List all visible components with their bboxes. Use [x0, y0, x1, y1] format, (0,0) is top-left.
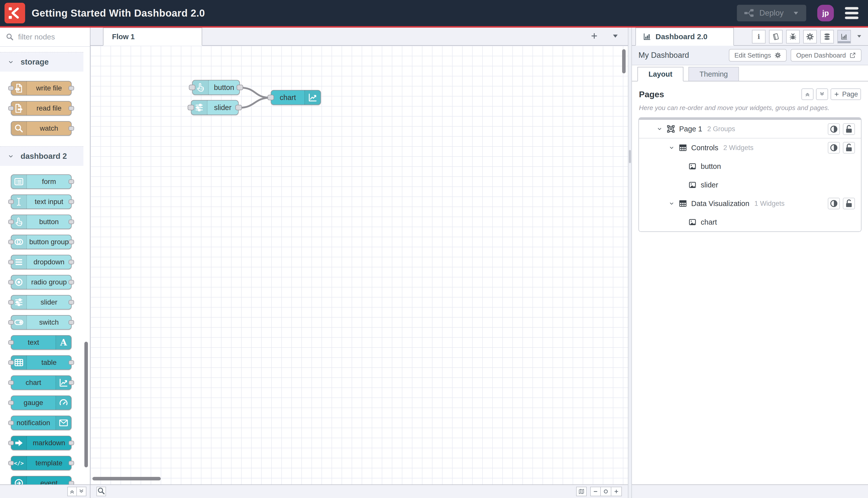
sidebar-tabs-caret-icon[interactable]	[856, 33, 863, 40]
tree-row-data-visualization[interactable]: Data Visualization1 Widgets	[639, 194, 861, 213]
filter-nodes-input[interactable]	[18, 32, 84, 41]
node-input-port	[8, 260, 14, 264]
palette-node-markdown[interactable]: markdown	[11, 436, 71, 450]
node-input-port[interactable]	[188, 105, 194, 110]
tab-layout[interactable]: Layout	[638, 67, 683, 81]
palette-node-switch[interactable]: switch	[11, 315, 71, 330]
tree-row-slider[interactable]: slider	[639, 175, 861, 194]
palette-category-storage[interactable]: storage	[0, 52, 83, 71]
node-output-port[interactable]	[237, 85, 243, 90]
unlock-icon[interactable]	[843, 123, 855, 135]
palette-node-gauge[interactable]: gauge	[11, 395, 71, 410]
palette-category-label: dashboard 2	[21, 152, 67, 161]
deploy-caret-icon[interactable]	[792, 9, 800, 17]
flow-node-chart[interactable]: chart	[271, 90, 321, 105]
sidebar-tool-context-data[interactable]	[820, 30, 834, 43]
palette-node-text[interactable]: textA	[11, 335, 71, 350]
node-output-port	[69, 441, 74, 445]
zoom-reset-icon[interactable]	[601, 487, 611, 496]
eye-icon[interactable]	[828, 142, 840, 154]
palette-node-notification[interactable]: notification	[11, 416, 71, 430]
unlock-icon[interactable]	[843, 198, 855, 209]
gear-icon	[806, 32, 814, 41]
palette-category-dashboard-2[interactable]: dashboard 2	[0, 146, 83, 166]
edit-settings-button[interactable]: Edit Settings	[729, 49, 787, 62]
canvas-vertical-scrollbar[interactable]	[622, 49, 626, 74]
deploy-icon	[744, 8, 755, 18]
palette-node-radio-group[interactable]: radio group	[11, 275, 71, 289]
unlock-icon[interactable]	[843, 142, 855, 154]
flow-node-slider[interactable]: slider	[191, 100, 239, 115]
palette-node-event[interactable]: event	[11, 476, 71, 484]
event-circle-icon	[11, 476, 27, 484]
node-input-port[interactable]	[267, 95, 274, 100]
tree-row-controls[interactable]: Controls2 Widgets	[639, 139, 861, 157]
zoom-out-icon[interactable]	[590, 487, 601, 496]
avatar[interactable]: jp	[817, 5, 834, 21]
palette-node-button[interactable]: button	[11, 214, 71, 229]
resizer-handle[interactable]	[629, 150, 631, 163]
zoom-in-icon[interactable]	[611, 487, 622, 496]
sidebar-tool-dashboard[interactable]	[837, 30, 851, 43]
tab-theming[interactable]: Theming	[689, 67, 739, 81]
tree-row-chart[interactable]: chart	[639, 213, 861, 232]
palette-node-dropdown[interactable]: dropdown	[11, 255, 71, 270]
barchart-icon	[840, 32, 848, 41]
node-output-port[interactable]	[235, 105, 242, 110]
tree-row-page-1[interactable]: Page 12 Groups	[639, 120, 861, 139]
navigator-icon[interactable]	[576, 487, 587, 496]
eye-icon[interactable]	[828, 123, 840, 135]
search-icon	[5, 32, 14, 41]
palette-node-form[interactable]: form	[11, 174, 71, 189]
palette-node-template[interactable]: </>template	[11, 456, 71, 470]
wire	[239, 98, 270, 108]
search-icon[interactable]	[96, 487, 106, 496]
tab-dashboard-2[interactable]: Dashboard 2.0	[636, 28, 734, 46]
open-dashboard-button[interactable]: Open Dashboard	[791, 49, 862, 62]
form-icon	[11, 175, 27, 188]
sidebar-tool-help[interactable]	[769, 30, 783, 43]
tab-flow-1[interactable]: Flow 1	[103, 28, 202, 46]
sidebar: Dashboard 2.0 i My Dashboard Edit Settin…	[632, 28, 868, 498]
palette-node-write-file[interactable]: write file	[11, 81, 71, 95]
node-label: gauge	[11, 396, 55, 409]
add-page-button[interactable]: Page	[831, 89, 861, 100]
palette-scrollbar[interactable]	[84, 342, 88, 467]
palette-node-chart[interactable]: chart	[11, 376, 71, 390]
palette-node-text-input[interactable]: text input	[11, 195, 71, 209]
collapse-all-icon[interactable]	[67, 487, 77, 496]
add-flow-icon[interactable]	[590, 32, 598, 41]
sidebar-tool-config-nodes[interactable]	[803, 30, 817, 43]
flow-list-icon[interactable]	[611, 32, 619, 41]
palette-node-slider[interactable]: slider	[11, 295, 71, 310]
sidebar-tool-debug[interactable]	[786, 30, 800, 43]
tree-row-button[interactable]: button	[639, 157, 861, 175]
palette-node-watch[interactable]: watch	[11, 121, 71, 136]
node-input-port	[8, 86, 14, 90]
node-label: event	[27, 476, 71, 484]
palette-node-button-group[interactable]: button group	[11, 235, 71, 249]
node-input-port[interactable]	[189, 85, 196, 90]
chevron-down-icon[interactable]	[669, 145, 675, 151]
sidebar-resizer[interactable]	[628, 28, 632, 498]
expand-all-icon[interactable]	[77, 487, 86, 496]
sidebar-tool-info[interactable]: i	[752, 30, 765, 43]
flow-canvas[interactable]: buttonsliderchart	[90, 46, 628, 484]
chevron-down-icon[interactable]	[669, 200, 675, 207]
eye-icon[interactable]	[828, 198, 840, 209]
deploy-button[interactable]: Deploy	[737, 5, 806, 21]
move-page-down-button[interactable]	[816, 89, 828, 100]
hamburger-icon[interactable]	[845, 7, 858, 19]
wire	[241, 88, 270, 98]
palette-scroll-area: storagewrite fileread filewatchdashboard…	[0, 47, 90, 484]
dashboard-panel-header: My Dashboard Edit Settings Open Dashboar…	[632, 46, 868, 65]
palette-category-label: storage	[21, 57, 49, 67]
node-input-port	[8, 300, 14, 304]
palette-node-table[interactable]: table	[11, 355, 71, 370]
flow-node-button[interactable]: button	[192, 80, 240, 95]
canvas-horizontal-scrollbar[interactable]	[92, 477, 161, 481]
chevron-down-icon[interactable]	[656, 126, 663, 132]
move-page-up-button[interactable]	[801, 89, 814, 100]
palette-node-read-file[interactable]: read file	[11, 101, 71, 116]
node-label: button	[27, 215, 71, 228]
